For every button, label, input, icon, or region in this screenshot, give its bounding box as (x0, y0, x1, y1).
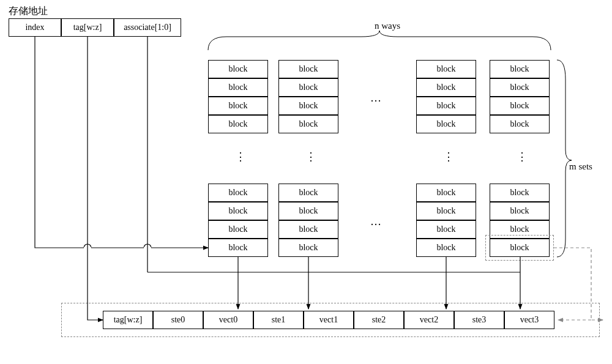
m-sets-brace (557, 60, 572, 257)
overlay-svg (0, 0, 612, 364)
tag-arrow (88, 37, 103, 320)
n-ways-brace (208, 31, 551, 50)
selected-block-arrow (554, 248, 600, 320)
index-arrow (35, 37, 208, 248)
